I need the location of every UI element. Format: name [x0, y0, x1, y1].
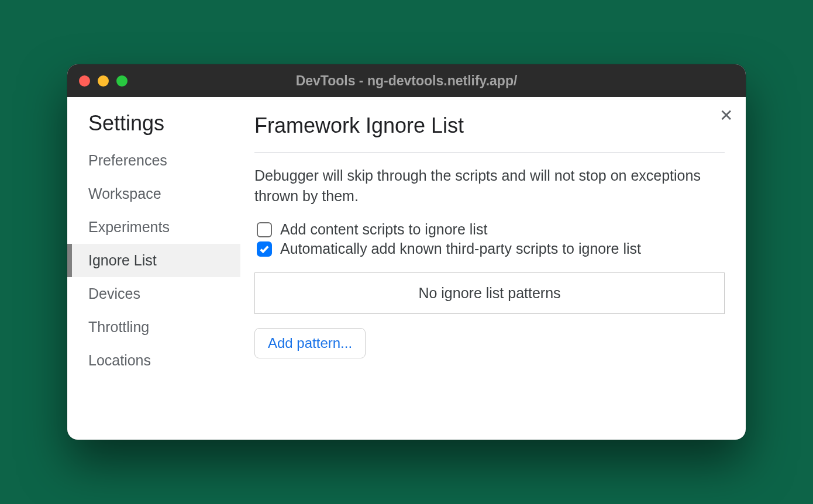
window-title: DevTools - ng-devtools.netlify.app/ [296, 73, 518, 89]
titlebar: DevTools - ng-devtools.netlify.app/ [67, 64, 746, 97]
check-icon [259, 244, 270, 254]
ignore-patterns-list: No ignore list patterns [254, 272, 725, 314]
checkbox-label: Add content scripts to ignore list [280, 221, 487, 238]
window-body: ✕ Settings Preferences Workspace Experim… [67, 97, 746, 440]
sidebar-item-preferences[interactable]: Preferences [67, 144, 240, 177]
sidebar-item-ignore-list[interactable]: Ignore List [67, 244, 240, 277]
traffic-lights [79, 75, 128, 87]
maximize-window-button[interactable] [116, 75, 128, 87]
sidebar-item-workspace[interactable]: Workspace [67, 177, 240, 210]
add-pattern-button[interactable]: Add pattern... [254, 328, 366, 358]
checkbox-third-party[interactable] [257, 241, 272, 257]
close-window-button[interactable] [79, 75, 90, 87]
sidebar-item-devices[interactable]: Devices [67, 277, 240, 310]
devtools-settings-window: DevTools - ng-devtools.netlify.app/ ✕ Se… [67, 64, 746, 440]
close-icon[interactable]: ✕ [719, 108, 733, 124]
sidebar-title: Settings [67, 111, 240, 144]
minimize-window-button[interactable] [98, 75, 109, 87]
panel-heading: Framework Ignore List [254, 113, 725, 153]
checkbox-content-scripts[interactable] [257, 222, 272, 237]
panel-description: Debugger will skip through the scripts a… [254, 165, 725, 206]
settings-sidebar: Settings Preferences Workspace Experimen… [67, 97, 240, 440]
sidebar-item-locations[interactable]: Locations [67, 344, 240, 377]
sidebar-item-throttling[interactable]: Throttling [67, 310, 240, 344]
checkbox-row-third-party[interactable]: Automatically add known third-party scri… [254, 240, 725, 257]
main-panel: Framework Ignore List Debugger will skip… [240, 97, 746, 440]
checkbox-label: Automatically add known third-party scri… [280, 240, 641, 257]
checkbox-row-content-scripts[interactable]: Add content scripts to ignore list [254, 221, 725, 238]
sidebar-item-experiments[interactable]: Experiments [67, 210, 240, 244]
